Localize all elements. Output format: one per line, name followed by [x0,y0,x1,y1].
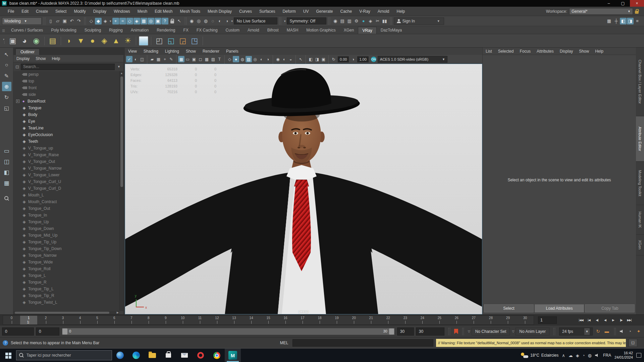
outliner-item-teeth[interactable]: ◈Teeth [13,138,119,145]
step-forward-key-button[interactable]: |▶ [617,316,625,324]
outliner-item-mouth_l[interactable]: ◈Mouth_L [13,192,119,198]
viewport-menu-shading[interactable]: Shading [140,49,162,54]
range-start-handle[interactable] [62,328,67,335]
show-hidden-icons-button[interactable]: ∧ [562,353,565,358]
outliner-item-tongue[interactable]: ◈Tongue [13,105,119,111]
network-tray-icon[interactable]: ◍ [588,353,592,358]
grid-icon[interactable]: ▦ [178,56,184,62]
vray-ies-light-icon[interactable]: ▲ [111,36,121,46]
ae-menu-display[interactable]: Display [557,49,576,54]
timeline-frame-1[interactable]: 11 [20,316,37,324]
render-region-icon[interactable]: ▤ [339,18,346,24]
outliner-item-tongue_in[interactable]: ◈Tongue_In [13,212,119,219]
start-button[interactable] [0,349,16,362]
menu-windows[interactable]: Windows [110,7,134,16]
ae-menu-help[interactable]: Help [592,49,606,54]
node-editor-icon[interactable]: ◌ [210,18,216,24]
paint-select-tool-icon[interactable]: ✎ [2,71,11,80]
outliner-item-tongue_twist_l[interactable]: ◈Tongue_Twist_L [13,299,119,306]
timeline-frame-29[interactable]: 29 [499,316,517,324]
menu-modify[interactable]: Modify [70,7,89,16]
save-scene-icon[interactable]: ▣ [61,18,68,24]
isolate-select-icon[interactable]: ↖ [298,56,304,62]
outliner-item-tongue_narrow[interactable]: ◈Tongue_Narrow [13,252,119,259]
film-gate-icon[interactable]: ▭ [184,56,191,62]
chevron-down-icon[interactable]: ▾ [231,19,233,23]
snap-grid-icon[interactable]: + [112,18,119,24]
outliner-item-v_tongue_curl_d[interactable]: ◈V_Tongue_Curl_D [13,185,119,192]
select-hierarchy-icon[interactable]: ◇ [88,18,95,24]
maximize-button[interactable]: ▢ [616,0,630,7]
viewport-canvas[interactable]: Verts:6531800Edges:12932800Faces:6411300… [125,64,482,314]
timeline-frame-8[interactable]: 8 [140,316,157,324]
undo-icon[interactable]: ↶ [68,18,75,24]
rotate-tool-icon[interactable]: ↻ [2,93,11,102]
outliner-item-tongue_r[interactable]: ◈Tongue_R [13,279,119,286]
layout-pane-sidebar-icon[interactable]: ◧ [2,168,11,177]
menu-create[interactable]: Create [32,7,52,16]
vray-sphere-light-icon[interactable]: ● [87,36,98,46]
step-back-key-button[interactable]: ◀| [593,316,601,324]
highlight-selection-icon[interactable]: ↖ [176,18,183,24]
mute-audio-icon[interactable] [620,329,625,334]
menu-edit-mesh[interactable]: Edit Mesh [151,7,176,16]
layout-four-pane-icon[interactable]: ▦ [2,178,11,188]
outliner-item-eyeocclusion[interactable]: ◈EyeOcclusion [13,131,119,138]
timeline-frame-7[interactable]: 7 [123,316,140,324]
output-connections-icon[interactable]: ◎ [196,18,202,24]
outliner-vertical-scrollbar[interactable]: ▲ [119,71,123,311]
outliner-menu-show[interactable]: Show [33,56,49,61]
menu-v-ray[interactable]: V-Ray [356,7,374,16]
vray-volume-grid-icon[interactable]: ◳ [189,36,200,46]
mail-button[interactable] [176,349,193,362]
shelf-tab-fx-caching[interactable]: FX Caching [193,27,222,34]
lock-camera-icon[interactable]: ◐ [132,56,139,62]
viewport-layout-a-icon[interactable]: ◧ [308,56,314,62]
render-settings-icon[interactable]: ⚙ [353,18,360,24]
connection-editor-icon[interactable]: ◑ [224,18,230,24]
ae-menu-selected[interactable]: Selected [495,49,517,54]
outliner-item-tongue_tip_down[interactable]: ◈Tongue_Tip_Down [13,245,119,252]
outliner-item-v_tongue_raise[interactable]: ◈V_Tongue_Raise [13,152,119,158]
outliner-item-tongue_roll[interactable]: ◈Tongue_Roll [13,265,119,272]
outliner-item-tongue_wide[interactable]: ◈Tongue_Wide [13,259,119,265]
timeline-frame-14[interactable]: 14 [243,316,260,324]
animation-preferences-icon[interactable]: ◔ [627,328,633,335]
menu-edit[interactable]: Edit [18,7,32,16]
outliner-menu-help[interactable]: Help [49,56,63,61]
viewport-n-icon[interactable]: ▣ [320,56,327,62]
timeline-frame-18[interactable]: 18 [311,316,328,324]
shelf-tab-daztomaya[interactable]: DazToMaya [377,27,406,34]
ae-menu-focus[interactable]: Focus [517,49,534,54]
timeline-frame-23[interactable]: 23 [397,316,414,324]
render-setup-icon[interactable]: ✂ [374,18,381,24]
light-editor-icon[interactable]: ◈ [367,18,374,24]
viewport-menu-panels[interactable]: Panels [223,49,242,54]
vray-render-icon[interactable]: ◉ [31,36,42,46]
snap-projected-center-icon[interactable]: ◈ [133,18,140,24]
opera-button[interactable] [193,349,209,362]
timeline-frame-9[interactable]: 9 [157,316,174,324]
mel-toggle-button[interactable]: MEL [278,341,290,345]
zoom-layout-button[interactable] [2,194,11,203]
taskbar-clock[interactable]: 16:42 24/01/2024 [614,351,633,360]
snap-curve-icon[interactable]: ≈ [119,18,126,24]
shelf-tab-curves-surfaces[interactable]: Curves / Surfaces [7,27,47,34]
timeline-frame-4[interactable]: 4 [71,316,89,324]
all-lights-icon[interactable]: ◉ [275,56,281,62]
timeline-frame-24[interactable]: 24 [414,316,431,324]
timeline-frame-2[interactable]: 2 [37,316,54,324]
outliner-search-input[interactable] [21,64,115,70]
anim-layer-select[interactable]: ▽ No Anim Layer [512,327,549,336]
timeline-frame-30[interactable]: 30 [517,316,534,324]
make-live-icon[interactable]: ◎ [148,18,154,24]
shelf-tab-mash[interactable]: MASH [283,27,303,34]
outliner-item-tongue_out[interactable]: ◈Tongue_Out [13,205,119,212]
new-scene-icon[interactable]: ▯ [47,18,54,24]
timeline-frame-17[interactable]: 17 [294,316,311,324]
layout-single-pane-icon[interactable]: ▭ [2,146,11,156]
open-scene-icon[interactable]: ▱ [54,18,61,24]
play-backwards-button[interactable]: ◀ [601,316,609,324]
outliner-item-v_tongue_curl_u[interactable]: ◈V_Tongue_Curl_U [13,178,119,185]
timeline-frame-12[interactable]: 12 [208,316,225,324]
